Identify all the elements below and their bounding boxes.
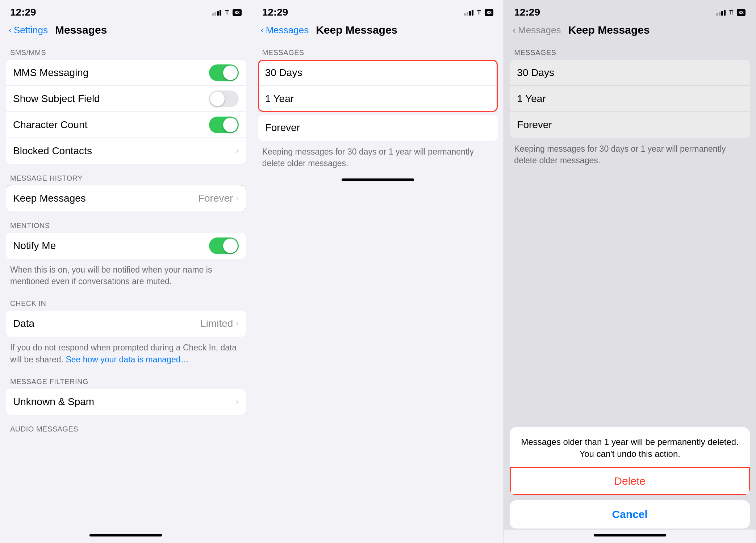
page-title-1: Messages: [55, 24, 107, 36]
section-header-mentions: MENTIONS: [0, 214, 252, 233]
section-header-checkin: CHECK IN: [0, 292, 252, 311]
filtering-group: Unknown & Spam ›: [6, 389, 246, 415]
signal-icon-1: [212, 9, 221, 16]
character-count-label: Character Count: [13, 119, 209, 131]
status-icons-2: ⇈ 88: [464, 8, 493, 16]
home-indicator-3: [504, 530, 756, 543]
notify-me-row[interactable]: Notify Me: [6, 233, 246, 259]
blocked-contacts-chevron: ›: [236, 146, 238, 156]
status-bar-1: 12:29 ⇈ 88: [0, 0, 252, 21]
mentions-group: Notify Me: [6, 233, 246, 259]
forever-group: Forever: [258, 115, 498, 141]
unknown-spam-row[interactable]: Unknown & Spam ›: [6, 389, 246, 415]
keep-messages-highlighted[interactable]: Keep Messages Forever ›: [6, 185, 246, 211]
page-title-2: Keep Messages: [316, 24, 397, 36]
keep-messages-chevron: ›: [236, 194, 238, 203]
battery-badge-2: 88: [485, 9, 493, 16]
mms-messaging-label: MMS Messaging: [13, 67, 209, 79]
home-indicator-2: [252, 174, 504, 188]
mms-messaging-toggle[interactable]: [209, 64, 239, 81]
status-time-2: 12:29: [262, 7, 288, 18]
data-chevron: ›: [236, 319, 238, 328]
nav-bar-1: ‹ Settings Messages: [0, 21, 252, 41]
mentions-subtext: When this is on, you will be notified wh…: [0, 262, 252, 292]
home-bar-1: [89, 534, 162, 536]
panel-keep-messages-alert: 12:29 ⇈ 88 ‹ Messages Keep Messages MESS…: [504, 0, 756, 543]
keep-messages-options-highlighted: 30 Days 1 Year: [258, 60, 498, 112]
section-header-messages-2: MESSAGES: [252, 41, 504, 60]
option-30-days-label: 30 Days: [265, 67, 491, 79]
blocked-contacts-row[interactable]: Blocked Contacts ›: [6, 138, 246, 164]
checkin-link[interactable]: See how your data is managed…: [66, 355, 189, 364]
panel-keep-messages: 12:29 ⇈ 88 ‹ Messages Keep Messages MESS…: [252, 0, 504, 543]
keep-messages-subtext-2: Keeping messages for 30 days or 1 year w…: [252, 144, 504, 174]
data-value: Limited: [200, 318, 233, 329]
section-header-audio: AUDIO MESSAGES: [0, 418, 252, 436]
cancel-label: Cancel: [612, 508, 647, 521]
delete-button[interactable]: Delete: [510, 467, 750, 495]
data-label: Data: [13, 318, 200, 329]
panel-messages-settings: 12:29 ⇈ 88 ‹ Settings Messages SMS/MMS M…: [0, 0, 252, 543]
notify-me-label: Notify Me: [13, 240, 209, 252]
panel1-scroll: SMS/MMS MMS Messaging Show Subject Field…: [0, 41, 252, 530]
back-chevron-2: ‹: [261, 25, 264, 35]
alert-card: Messages older than 1 year will be perma…: [510, 427, 750, 495]
home-bar-3: [594, 534, 666, 536]
back-label-2[interactable]: Messages: [266, 25, 309, 36]
mms-toggle-knob: [223, 66, 238, 80]
back-to-messages-2[interactable]: ‹ Messages: [261, 25, 309, 36]
option-30-days[interactable]: 30 Days: [258, 60, 498, 86]
wifi-icon-2: ⇈: [476, 8, 482, 16]
status-icons-1: ⇈ 88: [212, 8, 241, 16]
option-forever-label: Forever: [265, 122, 491, 134]
section-header-smsmms: SMS/MMS: [0, 41, 252, 60]
back-to-settings[interactable]: ‹ Settings: [9, 25, 48, 36]
status-time-1: 12:29: [10, 7, 36, 18]
character-count-row[interactable]: Character Count: [6, 112, 246, 138]
home-indicator-1: [0, 530, 252, 543]
notify-toggle-knob: [223, 239, 238, 253]
nav-bar-2: ‹ Messages Keep Messages: [252, 21, 504, 41]
back-chevron-1: ‹: [9, 25, 12, 35]
option-1-year-label: 1 Year: [265, 93, 491, 105]
section-header-history: MESSAGE HISTORY: [0, 167, 252, 185]
delete-label: Delete: [614, 475, 646, 487]
cancel-button[interactable]: Cancel: [510, 500, 750, 529]
character-toggle-knob: [223, 118, 238, 132]
subject-toggle-knob: [210, 92, 225, 106]
data-row[interactable]: Data Limited ›: [6, 311, 246, 337]
option-forever[interactable]: Forever: [258, 115, 498, 141]
section-header-filtering: MESSAGE FILTERING: [0, 370, 252, 389]
battery-badge-1: 88: [233, 9, 241, 16]
unknown-spam-label: Unknown & Spam: [13, 396, 236, 408]
checkin-group: Data Limited ›: [6, 311, 246, 337]
status-bar-2: 12:29 ⇈ 88: [252, 0, 504, 21]
alert-cancel-card: Cancel: [510, 500, 750, 529]
wifi-icon-1: ⇈: [224, 8, 230, 16]
unknown-spam-chevron: ›: [236, 397, 238, 407]
back-label-1[interactable]: Settings: [14, 25, 48, 36]
notify-me-toggle[interactable]: [209, 237, 239, 254]
show-subject-label: Show Subject Field: [13, 93, 209, 105]
show-subject-toggle[interactable]: [209, 90, 239, 107]
character-count-toggle[interactable]: [209, 117, 239, 133]
signal-icon-2: [464, 9, 473, 16]
option-1-year[interactable]: 1 Year: [258, 86, 498, 112]
show-subject-field-row[interactable]: Show Subject Field: [6, 86, 246, 112]
blocked-contacts-label: Blocked Contacts: [13, 145, 236, 157]
keep-messages-label: Keep Messages: [13, 193, 198, 204]
alert-sheet: Messages older than 1 year will be perma…: [510, 427, 750, 529]
checkin-subtext: If you do not respond when prompted duri…: [0, 340, 252, 370]
home-bar-2: [342, 178, 414, 181]
smsmms-group: MMS Messaging Show Subject Field Charact…: [6, 60, 246, 164]
alert-message-text: Messages older than 1 year will be perma…: [510, 427, 750, 467]
keep-messages-value: Forever: [198, 193, 233, 204]
mms-messaging-row[interactable]: MMS Messaging: [6, 60, 246, 86]
keep-messages-row[interactable]: Keep Messages Forever ›: [6, 185, 246, 211]
